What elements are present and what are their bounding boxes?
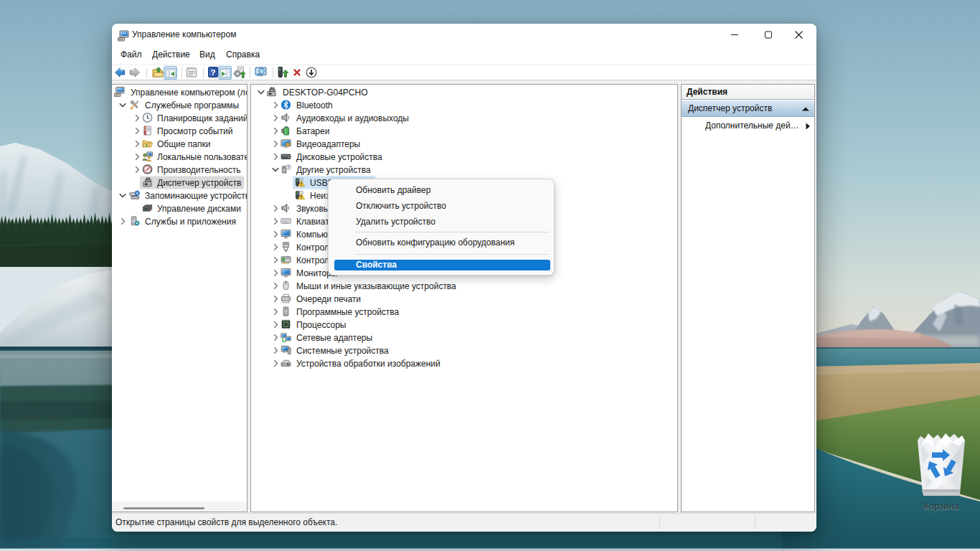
svg-text:?: ? xyxy=(210,68,215,77)
